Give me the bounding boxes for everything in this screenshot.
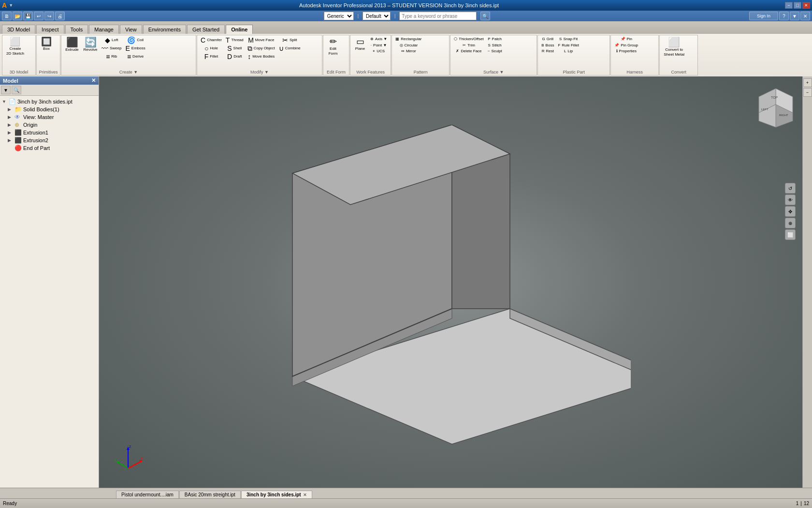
tab-get-started[interactable]: Get Started — [187, 25, 225, 34]
lip-button[interactable]: LLip — [556, 48, 580, 54]
new-button[interactable]: 🗎 — [2, 12, 12, 20]
3d-viewport[interactable]: TOP LEFT RIGHT ↺ 👁 ✥ ⊕ ⬜ — [99, 76, 802, 488]
sidebar-close-icon[interactable]: ✕ — [91, 77, 96, 84]
tree-item-extrusion2[interactable]: ▶ ⬛ Extrusion2 — [1, 136, 98, 144]
redo-button[interactable]: ↪ — [44, 12, 54, 20]
point-button[interactable]: ·Point ▼ — [369, 43, 389, 48]
tree-label-end-of-part: End of Part — [23, 145, 50, 151]
expand-icon: ▶ — [8, 107, 14, 112]
zoom-window-button[interactable]: ⬜ — [785, 229, 796, 240]
pin-group-button[interactable]: 📌Pin Group — [613, 43, 639, 48]
loft-button[interactable]: ◆Loft — [100, 36, 123, 44]
tab-3inch-close-icon[interactable]: ✕ — [303, 493, 307, 497]
default-select[interactable]: Default — [362, 12, 391, 20]
thread-button[interactable]: TThread — [224, 36, 245, 44]
move-bodies-button[interactable]: ↕Move Bodies — [246, 53, 276, 60]
circular-button[interactable]: ◎Circular — [394, 43, 423, 48]
sign-in-button[interactable]: Sign In — [749, 12, 778, 20]
filter-button[interactable]: ▼ — [1, 86, 11, 94]
minimize-button[interactable]: − — [785, 2, 793, 9]
tab-basic[interactable]: BAsic 20mm streight.ipt — [179, 491, 241, 498]
snap-fit-button[interactable]: SSnap Fit — [556, 36, 580, 42]
rib-button[interactable]: ≡Rib — [100, 53, 123, 60]
save-button[interactable]: 💾 — [23, 12, 33, 20]
revolve-button[interactable]: 🔄 Revolve — [82, 36, 99, 53]
zoom-button[interactable]: ⊕ — [785, 218, 796, 228]
fillet-button[interactable]: FFillet — [199, 53, 223, 60]
stitch-button[interactable]: SStitch — [486, 43, 504, 48]
shell-button[interactable]: SShell — [224, 45, 245, 52]
edit-form-button[interactable]: ✏ EditForm — [325, 36, 341, 57]
rectangular-button[interactable]: ▦Rectangular — [394, 36, 423, 42]
emboss-button[interactable]: EEmboss — [124, 45, 146, 52]
tree-item-view-master[interactable]: ▶ 👁 View: Master — [1, 113, 98, 121]
sculpt-button[interactable]: ~Sculpt — [486, 48, 504, 54]
box-button[interactable]: 🔲 Box — [39, 36, 54, 52]
split-button[interactable]: ✂Split — [277, 36, 302, 44]
style-select[interactable]: Generic — [324, 12, 354, 20]
patch-button[interactable]: PPatch — [486, 36, 504, 42]
tab-inspect[interactable]: Inspect — [36, 25, 64, 34]
undo-button[interactable]: ↩ — [34, 12, 44, 20]
delete-face-button[interactable]: ✗Delete Face — [452, 48, 485, 54]
close-button[interactable]: ✕ — [802, 2, 810, 9]
open-button[interactable]: 📂 — [13, 12, 22, 20]
pin-button[interactable]: 📌Pin — [613, 36, 639, 42]
derive-button[interactable]: ≡Derive — [124, 53, 146, 60]
combine-button[interactable]: ∪Combine — [277, 45, 302, 52]
minimize-ribbon-button[interactable]: ▼ — [790, 12, 799, 20]
mirror-button[interactable]: ⇔Mirror — [394, 48, 423, 54]
tab-manage[interactable]: Manage — [89, 25, 119, 34]
axis-button[interactable]: ⊕Axis ▼ — [369, 36, 389, 42]
look-button[interactable]: 👁 — [785, 194, 796, 205]
tree-item-root[interactable]: ▼ 📄 3inch by 3inch sides.ipt — [1, 98, 98, 105]
tab-3inch[interactable]: 3inch by 3inch sides.ipt ✕ — [241, 491, 312, 498]
properties-button[interactable]: ℹProperties — [613, 48, 639, 54]
tab-pistol[interactable]: Pistol undermount....iam — [116, 491, 179, 498]
help-button[interactable]: ? — [779, 12, 789, 20]
print-button[interactable]: 🖨 — [55, 12, 65, 20]
search-tree-button[interactable]: 🔍 — [12, 86, 21, 94]
boss-button[interactable]: BBoss — [540, 43, 555, 48]
tab-view[interactable]: View — [120, 25, 142, 34]
orbit-button[interactable]: ↺ — [785, 183, 796, 194]
pan-button[interactable]: ✥ — [785, 206, 796, 217]
viewcube[interactable]: TOP LEFT RIGHT — [754, 86, 793, 125]
trim-button[interactable]: ✂Trim — [452, 43, 485, 48]
search-input[interactable] — [399, 12, 477, 20]
chamfer-button[interactable]: CChamfer — [199, 36, 223, 44]
draft-button[interactable]: DDraft — [224, 53, 245, 60]
tab-environments[interactable]: Environments — [143, 25, 186, 34]
create-2d-sketch-button[interactable]: ⬜ Create2D Sketch — [4, 36, 26, 57]
move-face-button[interactable]: MMove Face — [246, 36, 276, 44]
pin-icon: 📌 — [621, 37, 625, 42]
tab-online[interactable]: Online — [226, 25, 253, 34]
tree-item-end-of-part[interactable]: 🔴 End of Part — [1, 144, 98, 152]
hole-button[interactable]: ○Hole — [199, 45, 223, 52]
group-convert-label: Convert — [660, 70, 697, 75]
zoom-in-button[interactable]: + — [803, 78, 812, 87]
tree-item-origin[interactable]: ▶ ⊕ Origin — [1, 121, 98, 129]
grill-button[interactable]: GGrill — [540, 36, 555, 42]
search-button[interactable]: 🔍 — [480, 12, 490, 20]
tab-3d-model[interactable]: 3D Model — [2, 25, 35, 34]
rest-button[interactable]: RRest — [540, 48, 555, 54]
plane-button[interactable]: ▭ Plane — [352, 36, 368, 52]
copy-object-button[interactable]: ⧉Copy Object — [246, 45, 276, 52]
coil-button[interactable]: 🌀Coil — [124, 36, 146, 44]
tree-item-extrusion1[interactable]: ▶ ⬛ Extrusion1 — [1, 129, 98, 136]
convert-sheet-metal-button[interactable]: ⬜ Convert toSheet Metal — [662, 36, 686, 58]
thicken-button[interactable]: ⬡Thicken/Offset — [452, 36, 485, 42]
solid-bodies-icon: 📁 — [14, 106, 22, 113]
ucs-button[interactable]: ⌖UCS — [369, 48, 389, 54]
restore-button[interactable]: □ — [794, 2, 801, 9]
rule-fillet-button[interactable]: FRule Fillet — [556, 43, 580, 48]
extrude-button[interactable]: ⬛ Extrude — [63, 36, 81, 53]
app-menu-btn[interactable]: ▼ — [9, 3, 13, 8]
app-close-button[interactable]: ✕ — [800, 12, 810, 20]
tab-3inch-label: 3inch by 3inch sides.ipt — [246, 492, 301, 497]
tab-tools[interactable]: Tools — [65, 25, 88, 34]
zoom-out-button[interactable]: − — [803, 88, 812, 97]
tree-item-solid-bodies[interactable]: ▶ 📁 Solid Bodies(1) — [1, 105, 98, 113]
sweep-button[interactable]: 〰Sweep — [100, 45, 123, 52]
